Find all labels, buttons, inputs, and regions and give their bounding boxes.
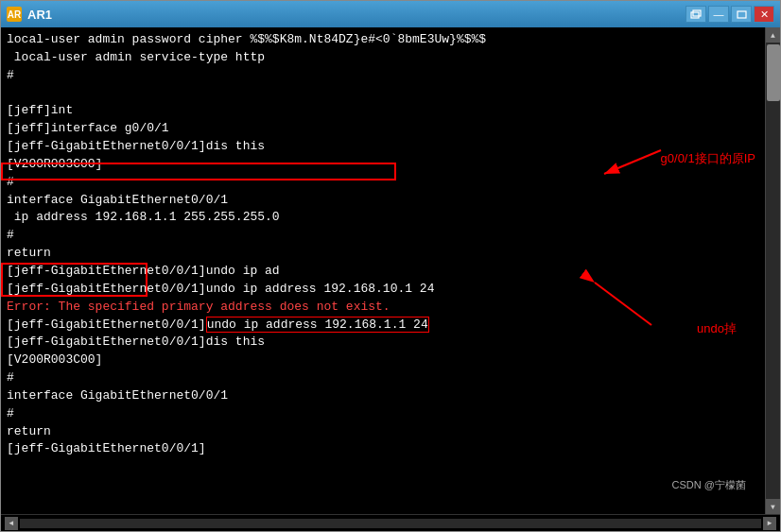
line-22: # bbox=[7, 406, 14, 420]
line-23: return bbox=[7, 424, 51, 438]
scroll-thumb-vertical[interactable] bbox=[767, 44, 780, 101]
line-13: return bbox=[7, 246, 51, 260]
line-14: [jeff-GigabitEthernet0/0/1]undo ip ad bbox=[7, 264, 280, 278]
watermark: CSDN @宁檬菌 bbox=[672, 478, 746, 493]
scrollbar-vertical[interactable]: ▲ ▼ bbox=[765, 27, 780, 514]
terminal-content[interactable]: local-user admin password cipher %$%$K8m… bbox=[1, 27, 765, 514]
close-button[interactable]: ✕ bbox=[754, 6, 774, 23]
line-6: [jeff]interface g0/0/1 bbox=[7, 121, 169, 135]
maximize-button[interactable] bbox=[731, 6, 752, 23]
line-10: interface GigabitEthernet0/0/1 bbox=[7, 193, 228, 207]
scrollbar-horizontal[interactable]: ◄ ► bbox=[1, 514, 780, 531]
svg-rect-2 bbox=[738, 11, 746, 18]
title-bar: AR AR1 — ✕ bbox=[1, 1, 780, 27]
line-18: [jeff-GigabitEthernet0/0/1]dis this bbox=[7, 335, 265, 349]
scroll-track-vertical[interactable] bbox=[766, 43, 780, 499]
line-17: [jeff-GigabitEthernet0/0/1]undo ip addre… bbox=[7, 317, 429, 333]
line-20: # bbox=[7, 370, 14, 385]
window-title: AR1 bbox=[27, 8, 686, 22]
svg-rect-1 bbox=[693, 10, 701, 16]
line-16-error: Error: The specified primary address doe… bbox=[7, 300, 390, 314]
line-1: local-user admin password cipher %$%$K8m… bbox=[7, 32, 486, 46]
line-19: [V200R003C00] bbox=[7, 352, 102, 367]
line-24: [jeff-GigabitEthernet0/0/1] bbox=[7, 441, 206, 455]
minimize-button[interactable]: — bbox=[708, 6, 729, 23]
restore-icon-btn[interactable] bbox=[686, 6, 706, 23]
window-controls: — ✕ bbox=[686, 6, 774, 23]
terminal-text: local-user admin password cipher %$%$K8m… bbox=[7, 31, 759, 458]
scroll-track-horizontal[interactable] bbox=[20, 519, 761, 528]
terminal-wrapper: local-user admin password cipher %$%$K8m… bbox=[1, 27, 780, 514]
line-11: ip address 192.168.1.1 255.255.255.0 bbox=[7, 210, 280, 224]
scroll-left-button[interactable]: ◄ bbox=[5, 517, 18, 530]
svg-rect-0 bbox=[691, 12, 699, 18]
line-7: [jeff-GigabitEthernet0/0/1]dis this bbox=[7, 139, 265, 153]
line-15: [jeff-GigabitEthernet0/0/1]undo ip addre… bbox=[7, 282, 434, 296]
line-21: interface GigabitEthernet0/0/1 bbox=[7, 388, 228, 403]
line-12: # bbox=[7, 228, 14, 242]
window-icon: AR bbox=[7, 7, 22, 22]
scroll-up-button[interactable]: ▲ bbox=[766, 27, 781, 43]
line-9: # bbox=[7, 175, 14, 189]
line-2: local-user admin service-type http bbox=[7, 50, 265, 64]
line-5: [jeff]int bbox=[7, 103, 73, 117]
line-3: # bbox=[7, 68, 14, 82]
maximize-icon bbox=[737, 10, 747, 19]
line-blank1 bbox=[7, 86, 14, 100]
icon-label: AR bbox=[8, 9, 21, 20]
restore-icon bbox=[690, 9, 702, 19]
line-8: [V200R003C00] bbox=[7, 157, 102, 171]
scroll-right-button[interactable]: ► bbox=[763, 517, 776, 530]
window: AR AR1 — ✕ local-user admin password cip… bbox=[0, 0, 781, 532]
scroll-down-button[interactable]: ▼ bbox=[766, 499, 781, 514]
